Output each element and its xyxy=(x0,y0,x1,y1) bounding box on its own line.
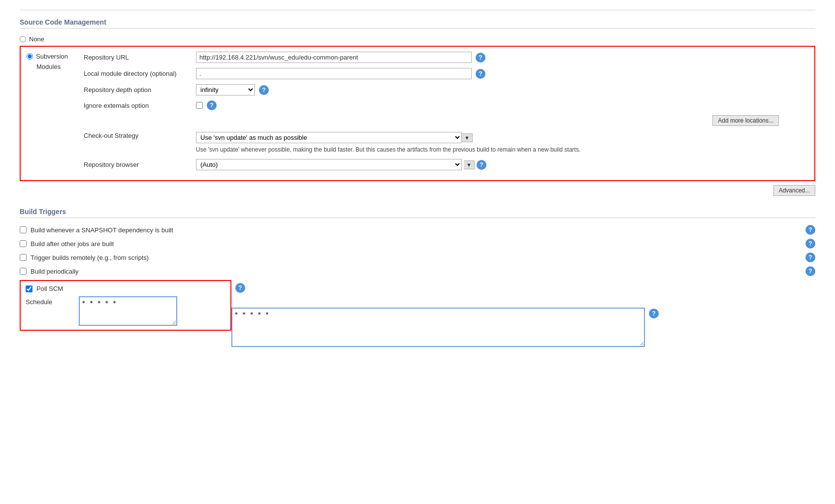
local-module-dir-label: Local module directory (optional) xyxy=(84,70,192,77)
ignore-externals-checkbox[interactable] xyxy=(196,102,203,109)
build-triggers-title: Build Triggers xyxy=(20,208,815,218)
ignore-externals-label: Ignore externals option xyxy=(84,102,192,109)
ignore-externals-help[interactable]: ? xyxy=(207,100,217,110)
poll-scm-help[interactable]: ? xyxy=(235,283,245,293)
repo-browser-dropdown-arrow: ▼ xyxy=(464,160,475,169)
schedule-label: Schedule xyxy=(26,296,75,306)
after-jobs-help[interactable]: ? xyxy=(805,239,815,249)
periodic-help[interactable]: ? xyxy=(805,266,815,276)
local-module-dir-input[interactable] xyxy=(196,68,472,79)
snapshot-label: Build whenever a SNAPSHOT dependency is … xyxy=(31,226,173,234)
poll-scm-checkbox[interactable] xyxy=(26,285,32,292)
repo-depth-help[interactable]: ? xyxy=(259,85,269,95)
after-jobs-label: Build after other jobs are built xyxy=(31,240,114,248)
repo-depth-select[interactable]: infinity empty files immediates xyxy=(196,84,255,95)
repo-depth-label: Repository depth option xyxy=(84,86,192,94)
remote-trigger-help[interactable]: ? xyxy=(805,252,815,262)
source-code-management-title: Source Code Management xyxy=(20,18,815,29)
checkout-strategy-select[interactable]: Use 'svn update' as much as possible Alw… xyxy=(196,132,462,143)
repository-url-help[interactable]: ? xyxy=(476,53,485,63)
periodic-label: Build periodically xyxy=(31,268,79,275)
modules-label: Modules xyxy=(36,63,81,70)
remote-trigger-checkbox[interactable] xyxy=(20,254,27,261)
repo-browser-help[interactable]: ? xyxy=(477,160,486,170)
periodic-checkbox[interactable] xyxy=(20,268,27,275)
schedule-help[interactable]: ? xyxy=(649,309,659,318)
add-more-locations-button[interactable]: Add more locations... xyxy=(712,115,779,126)
schedule-textarea[interactable]: * * * * * xyxy=(79,296,177,326)
local-module-dir-help[interactable]: ? xyxy=(476,69,485,79)
snapshot-help[interactable]: ? xyxy=(805,225,815,235)
repository-url-input[interactable] xyxy=(196,52,472,63)
subversion-radio[interactable] xyxy=(27,53,33,60)
after-jobs-checkbox[interactable] xyxy=(20,240,27,247)
repository-url-label: Repository URL xyxy=(84,54,192,61)
repo-browser-label: Repository browser xyxy=(84,161,192,168)
checkout-strategy-dropdown-arrow: ▼ xyxy=(462,133,473,142)
repo-browser-select[interactable]: (Auto) Assembla CollabNet FishEye Polari… xyxy=(196,159,462,170)
checkout-strategy-description: Use 'svn update' whenever possible, maki… xyxy=(196,145,580,154)
subversion-label: Subversion xyxy=(36,53,68,60)
remote-trigger-label: Trigger builds remotely (e.g., from scri… xyxy=(31,254,149,261)
advanced-button[interactable]: Advanced... xyxy=(773,185,815,196)
snapshot-checkbox[interactable] xyxy=(20,226,27,233)
none-radio[interactable] xyxy=(20,36,26,42)
schedule-textarea-wide[interactable]: * * * * * xyxy=(231,308,645,347)
none-label: None xyxy=(29,35,44,43)
checkout-strategy-label: Check-out Strategy xyxy=(84,132,192,139)
poll-scm-label: Poll SCM xyxy=(36,285,63,292)
